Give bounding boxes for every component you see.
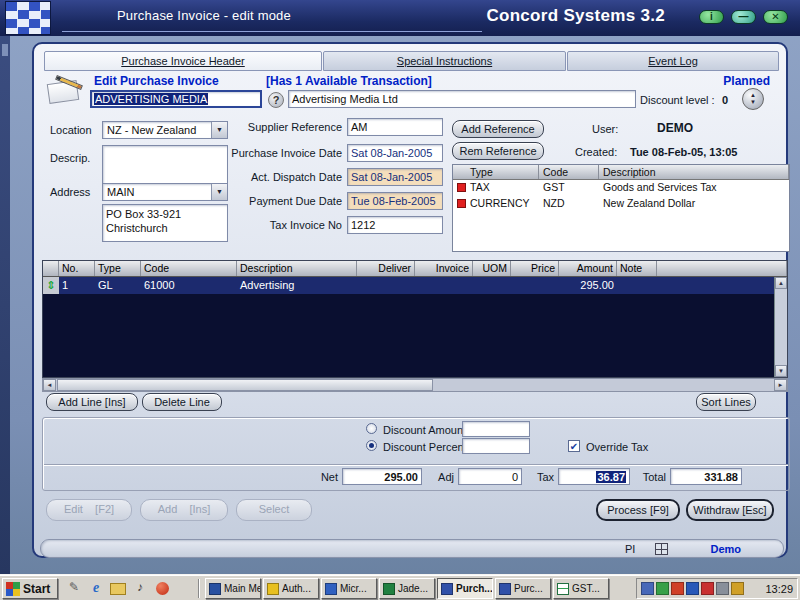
override-tax-checkbox[interactable]: ✔ (568, 440, 580, 452)
quicklaunch-sound-icon[interactable]: ♪ (132, 580, 148, 596)
supplier-code-input[interactable]: ADVERTISING MEDIA (90, 90, 262, 108)
line-item-row-selected[interactable]: ⇕ 1 GL 61000 Advertising 295.00 (43, 277, 787, 294)
address-label: Address (50, 186, 90, 199)
start-button[interactable]: Start (2, 578, 58, 599)
add-button: Add [Ins] (140, 499, 228, 521)
sort-lines-button[interactable]: Sort Lines (696, 393, 756, 411)
scroll-right-icon[interactable]: ► (774, 379, 787, 391)
reference-row[interactable]: CURRENCY NZD New Zealand Dollar (453, 196, 789, 212)
info-button[interactable]: i (699, 10, 724, 24)
discount-percent-input[interactable] (462, 438, 530, 454)
add-reference-button[interactable]: Add Reference (452, 120, 544, 138)
supplier-ref-input[interactable]: AM (347, 118, 443, 136)
col-invoice: Invoice (415, 261, 473, 276)
col-note: Note (617, 261, 657, 276)
tray-icon-7[interactable] (731, 582, 744, 595)
tray-icon-5[interactable] (701, 582, 714, 595)
vertical-scrollbar[interactable]: ▲ ▼ (774, 277, 787, 377)
col-amount: Amount (559, 261, 617, 276)
status-color-icon (457, 199, 466, 208)
override-tax-label: Override Tax (586, 441, 648, 454)
tray-icon-2[interactable] (656, 582, 669, 595)
scroll-down-icon[interactable]: ▼ (775, 365, 787, 377)
created-value: Tue 08-Feb-05, 13:05 (630, 146, 737, 159)
quicklaunch-notes-icon[interactable]: ✎ (66, 580, 82, 596)
add-line-button[interactable]: Add Line [Ins] (46, 393, 138, 411)
discount-level-label: Discount level : (640, 94, 715, 107)
tray-icon-1[interactable] (641, 582, 654, 595)
status-color-icon (457, 183, 466, 192)
task-gst-icon (557, 583, 569, 595)
scrollbar-thumb[interactable] (57, 379, 433, 391)
supplier-name-input[interactable]: Advertising Media Ltd (288, 90, 636, 108)
address-textarea[interactable]: PO Box 33-921 Christchurch (102, 204, 228, 242)
delete-line-button[interactable]: Delete Line (142, 393, 222, 411)
location-select[interactable]: NZ - New Zealand ▼ (102, 121, 228, 139)
discount-amount-radio[interactable] (366, 423, 377, 434)
adj-label: Adj (432, 471, 454, 484)
task-purc[interactable]: Purc... (495, 578, 551, 599)
act-dispatch-date-input[interactable]: Sat 08-Jan-2005 (347, 168, 443, 186)
rem-reference-button[interactable]: Rem Reference (452, 142, 544, 160)
col-deliver: Deliver (357, 261, 415, 276)
status-bar: PI Demo (40, 539, 784, 558)
row-handle-icon[interactable]: ⇕ (43, 277, 59, 294)
task-micr[interactable]: Micr... (321, 578, 377, 599)
tax-field[interactable]: 36.87 (558, 468, 630, 485)
withdraw-button[interactable]: Withdraw [Esc] (686, 499, 774, 521)
close-button[interactable]: ✕ (763, 10, 788, 24)
quicklaunch-browser-icon[interactable]: e (88, 580, 104, 596)
titlebar: Purchase Invoice - edit mode Concord Sys… (0, 0, 800, 36)
task-main-menu-icon (209, 583, 221, 595)
tax-invoice-no-input[interactable]: 1212 (347, 216, 443, 234)
ref-col-code: Code (539, 165, 599, 179)
total-label: Total (630, 471, 666, 484)
supplier-ref-label: Supplier Reference (212, 121, 342, 134)
task-purchase-active[interactable]: Purch... (437, 578, 493, 599)
stepper-down-icon[interactable]: ▼ (743, 99, 763, 106)
discount-percent-label: Discount Percent (383, 441, 467, 454)
discount-level-stepper[interactable]: ▲ ▼ (742, 88, 764, 110)
window-grid-icon[interactable] (655, 543, 668, 555)
reference-row[interactable]: TAX GST Goods and Services Tax (453, 180, 789, 196)
location-label: Location (50, 124, 92, 137)
scroll-left-icon[interactable]: ◄ (43, 379, 56, 391)
payment-due-date-input[interactable]: Tue 08-Feb-2005 (347, 192, 443, 210)
task-jade-icon (383, 583, 395, 595)
tray-icon-6[interactable] (716, 582, 729, 595)
screen: Purchase Invoice - edit mode Concord Sys… (0, 0, 800, 600)
tab-special-instructions[interactable]: Special Instructions (323, 51, 566, 71)
col-type: Type (95, 261, 141, 276)
tab-purchase-invoice-header[interactable]: Purchase Invoice Header (44, 51, 322, 71)
edit-invoice-icon (46, 77, 88, 105)
process-button[interactable]: Process [F9] (596, 499, 680, 521)
quicklaunch-app-icon[interactable] (156, 582, 169, 595)
purchase-invoice-date-input[interactable]: Sat 08-Jan-2005 (347, 144, 443, 162)
help-icon[interactable]: ? (268, 92, 284, 108)
tab-event-log[interactable]: Event Log (567, 51, 779, 71)
reference-table-header: Type Code Description (453, 165, 789, 180)
tray-icon-4[interactable] (686, 582, 699, 595)
discount-amount-input[interactable] (462, 421, 530, 437)
task-jade[interactable]: Jade... (379, 578, 435, 599)
horizontal-scrollbar[interactable]: ◄ ► (42, 378, 788, 392)
stepper-up-icon[interactable]: ▲ (743, 92, 763, 99)
tax-invoice-no-label: Tax Invoice No (212, 219, 342, 232)
col-description: Description (237, 261, 357, 276)
start-label: Start (23, 582, 50, 596)
title-underline (62, 31, 482, 32)
task-micr-icon (325, 583, 337, 595)
minimize-button[interactable]: — (731, 10, 756, 24)
tray-icon-3[interactable] (671, 582, 684, 595)
windows-flag-icon (6, 582, 20, 596)
address-select[interactable]: MAIN ▼ (102, 183, 228, 201)
app-logo-icon (5, 1, 51, 35)
task-auth[interactable]: Auth... (263, 578, 319, 599)
scroll-up-icon[interactable]: ▲ (775, 277, 787, 289)
adj-field[interactable]: 0 (458, 468, 522, 485)
task-gst[interactable]: GST... (553, 578, 609, 599)
quicklaunch-folder-icon[interactable] (110, 583, 126, 595)
window-title: Purchase Invoice - edit mode (117, 8, 291, 23)
task-main-menu[interactable]: Main Me... (205, 578, 261, 599)
discount-percent-radio[interactable] (366, 440, 377, 451)
